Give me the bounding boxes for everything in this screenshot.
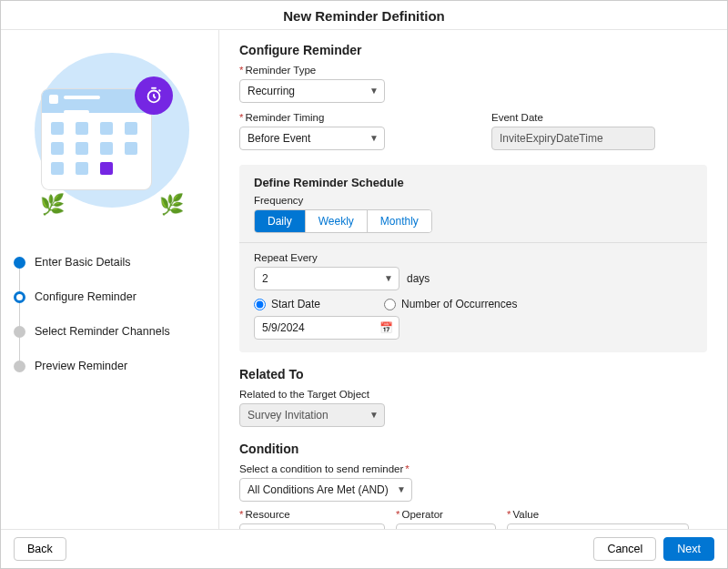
reminder-type-label: Reminder Type (239, 65, 707, 76)
radio-start-date[interactable]: Start Date (254, 298, 320, 310)
frequency-weekly[interactable]: Weekly (306, 210, 368, 232)
resource-label: Resource (239, 509, 385, 520)
condition-logic-select[interactable]: All Conditions Are Met (AND)▼ (239, 478, 412, 502)
step-select-reminder-channels[interactable]: Select Reminder Channels (14, 318, 209, 352)
cancel-button[interactable]: Cancel (593, 537, 656, 561)
frequency-daily[interactable]: Daily (255, 210, 306, 232)
related-to-heading: Related To (239, 367, 707, 381)
modal: New Reminder Definition (0, 0, 728, 569)
step-configure-reminder[interactable]: Configure Reminder (14, 283, 209, 318)
condition-heading: Condition (239, 442, 707, 456)
modal-title: New Reminder Definition (1, 1, 727, 30)
frequency-segmented: Daily Weekly Monthly (254, 209, 432, 233)
event-date-label: Event Date (491, 112, 707, 123)
frequency-monthly[interactable]: Monthly (368, 210, 431, 232)
value-label: Value (507, 509, 689, 520)
event-date-field: InviteExpiryDateTime (491, 127, 655, 150)
modal-body: 🌿🌿 Enter Basic Details Configure Reminde… (1, 30, 727, 529)
reminder-timing-select[interactable]: Before Event▼ (239, 127, 385, 150)
schedule-heading: Define Reminder Schedule (254, 176, 693, 189)
chevron-down-icon: ▼ (397, 484, 406, 494)
reminder-type-select[interactable]: Recurring▼ (239, 79, 385, 103)
operator-label: Operator (396, 509, 496, 520)
condition-sub: Select a condition to send reminder (239, 463, 707, 474)
repeat-unit: days (407, 272, 430, 285)
schedule-panel: Define Reminder Schedule Frequency Daily… (239, 165, 707, 352)
illustration: 🌿🌿 (14, 39, 209, 230)
related-to-select: Survey Invitation▼ (239, 403, 385, 427)
chevron-down-icon: ▼ (369, 410, 379, 420)
value-input[interactable]: Not Started🔍 (507, 523, 689, 529)
step-enter-basic-details[interactable]: Enter Basic Details (14, 249, 209, 283)
footer: Back Cancel Next (1, 529, 727, 568)
progress-steps: Enter Basic Details Configure Reminder S… (14, 249, 209, 387)
repeat-every-select[interactable]: 2▼ (254, 267, 399, 290)
start-date-input[interactable]: 5/9/2024 📅 (254, 316, 399, 340)
back-button[interactable]: Back (14, 537, 66, 561)
related-to-sub: Related to the Target Object (239, 389, 707, 400)
next-button[interactable]: Next (663, 537, 714, 561)
repeat-every-label: Repeat Every (254, 252, 693, 263)
chevron-down-icon: ▼ (384, 273, 393, 283)
chevron-down-icon: ▼ (369, 133, 379, 143)
resource-input[interactable]: Response Status🔍 (239, 523, 385, 529)
step-preview-reminder[interactable]: Preview Reminder (14, 352, 209, 387)
chevron-down-icon: ▼ (369, 86, 379, 96)
calendar-icon: 📅 (379, 321, 393, 334)
operator-select[interactable]: Equals▼ (396, 523, 496, 529)
section-heading: Configure Reminder (239, 43, 707, 57)
clock-icon (135, 76, 173, 115)
condition-row: Resource Response Status🔍 Operator Equal… (239, 509, 707, 529)
reminder-timing-label: Reminder Timing (239, 112, 455, 123)
radio-number-occurrences[interactable]: Number of Occurrences (384, 298, 517, 310)
sidebar: 🌿🌿 Enter Basic Details Configure Reminde… (1, 30, 219, 529)
main-content: Configure Reminder Reminder Type Recurri… (219, 30, 727, 529)
frequency-label: Frequency (254, 195, 693, 206)
